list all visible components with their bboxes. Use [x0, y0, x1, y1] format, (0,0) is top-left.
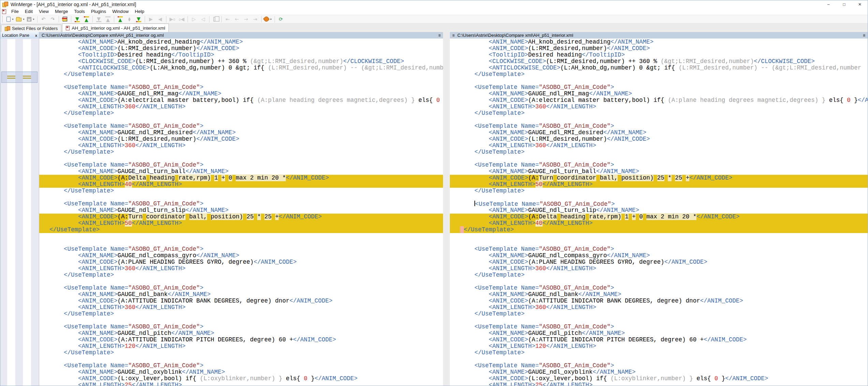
minimize-button[interactable]: –	[821, 0, 836, 8]
code-segment: </UseTemplate>	[464, 226, 514, 233]
copy-right-button[interactable]: ▶	[146, 15, 156, 23]
menu-item-merge[interactable]: Merge	[52, 9, 71, 14]
location-pane[interactable]	[0, 38, 39, 386]
code-line: </UseTemplate>	[450, 311, 868, 317]
code-line: <ANIM_CODE>(A:PLANE HEADING DEGREES GYRO…	[450, 259, 868, 265]
code-segment: 0	[639, 213, 643, 220]
code-line: <ANIM_LENGTH>360</ANIM_LENGTH>	[450, 304, 868, 311]
diff-code-line: <ANIM_CODE>(A:Delta heading rate,rpm) 1 …	[450, 214, 868, 220]
undo-button[interactable]: ↶	[39, 15, 48, 23]
menu-item-window[interactable]: Window	[109, 9, 132, 14]
code-segment: <CLOCKWISE_CODE>	[460, 58, 546, 65]
menu-item-tools[interactable]: Tools	[71, 9, 88, 14]
location-bar-right-file[interactable]	[23, 39, 31, 386]
code-segment: 120	[535, 343, 546, 350]
location-pane-close-icon[interactable]: x	[35, 33, 37, 37]
code-segment: 360	[125, 265, 136, 272]
maximize-button[interactable]: □	[836, 0, 852, 8]
code-segment: </UseTemplate>	[49, 310, 114, 317]
tab-select-files[interactable]: Select Files or Folders	[1, 25, 61, 32]
tab-file-compare[interactable]: AH_p51_interior og.xml - AH_p51_interior…	[62, 24, 169, 32]
header-menu-icon[interactable]: ≡	[863, 33, 865, 38]
goto-first-button[interactable]: ⇤	[223, 15, 232, 23]
menu-item-view[interactable]: View	[36, 9, 52, 14]
right-editor-panel[interactable]: <ANIM_NAME>AH_knob_desired_heading</ANIM…	[450, 38, 868, 386]
code-segment: *	[257, 213, 261, 220]
menu-item-file[interactable]: File	[8, 9, 22, 14]
code-segment: GAUGE_ndl_compass_gyro	[118, 252, 196, 259]
dropdown-arrow-icon[interactable]: ▼	[270, 18, 272, 20]
code-segment: +	[275, 213, 279, 220]
dropdown-arrow-icon[interactable]: ▼	[12, 18, 14, 20]
location-bar-left-file[interactable]	[7, 39, 15, 386]
goto-prev-button[interactable]: ←	[232, 15, 241, 23]
save-button[interactable]: ▼	[26, 15, 36, 23]
left-code-view[interactable]: <ANIM_NAME>AH_knob_desired_heading</ANIM…	[39, 38, 443, 386]
diff-code-line: </UseTemplate>	[39, 227, 443, 233]
goto-last-button[interactable]: ⇥	[251, 15, 260, 23]
panel-splitter[interactable]	[443, 38, 450, 386]
code-segment: (L:RMI_desired,number)	[528, 136, 607, 142]
current-difference-button[interactable]: ▲ ▼	[125, 15, 134, 23]
open-button[interactable]: ▼	[15, 15, 26, 23]
last-difference-button[interactable]: ▼	[134, 15, 143, 23]
menu-item-help[interactable]: Help	[132, 9, 147, 14]
copy-left-button[interactable]: ◀	[156, 15, 165, 23]
refresh-button[interactable]: ⟳	[276, 15, 285, 23]
right-code-view[interactable]: <ANIM_NAME>AH_knob_desired_heading</ANIM…	[450, 38, 868, 386]
code-line: <UseTemplate Name="ASOBO_GT_Anim_Code">	[450, 362, 868, 369]
copy-left-advance-button[interactable]: ₀◀	[177, 15, 186, 23]
dropdown-arrow-icon[interactable]: ▼	[23, 18, 25, 20]
previous-difference-button[interactable]: ▲	[82, 15, 91, 23]
goto-next-button[interactable]: →	[241, 15, 251, 23]
code-segment: </ANIM_CODE>	[858, 97, 868, 104]
code-segment: (A:electrical master battery,bool) if{	[528, 97, 668, 104]
document-system-menu-icon[interactable]	[2, 9, 6, 14]
code-line: </UseTemplate>	[450, 71, 868, 78]
toolbar-drag-handle[interactable]	[2, 16, 4, 22]
close-button[interactable]: ✕	[852, 0, 868, 8]
code-segment	[557, 213, 561, 220]
dropdown-arrow-icon[interactable]: ▼	[32, 18, 35, 20]
code-segment: GAUGE_ndl_compass_gyro	[528, 252, 607, 259]
left-editor-panel[interactable]: <ANIM_NAME>AH_knob_desired_heading</ANIM…	[39, 38, 443, 386]
next-conflict-button[interactable]: ▼	[94, 15, 103, 23]
code-line: <ANIM_NAME>GAUGE_ndl_RMI_desired</ANIM_N…	[450, 129, 868, 136]
copy-all-right-button[interactable]: ▷	[189, 15, 198, 23]
code-segment: 360	[125, 142, 136, 149]
code-segment: </ANIM_NAME>	[610, 38, 653, 45]
code-segment: </UseTemplate>	[460, 310, 525, 317]
code-segment: GAUGE_ndl_oxyblink	[528, 369, 593, 375]
code-line: <ANIM_LENGTH>360</ANIM_LENGTH>	[39, 265, 443, 272]
right-file-header[interactable]: ≡ C:\Users\Astrix\Desktop\Compare xml\AH…	[450, 32, 868, 38]
code-segment: >	[200, 362, 204, 369]
code-line	[39, 278, 443, 285]
redo-button[interactable]: ↷	[48, 15, 57, 23]
header-menu-icon[interactable]: ≡	[452, 33, 455, 38]
copy-all-left-button[interactable]: ◁	[198, 15, 208, 23]
rescan-button[interactable]	[60, 15, 70, 23]
code-segment: "ASOBO_GT_Anim_Code"	[128, 284, 200, 291]
code-line: <ANIM_CODE>(A:PLANE HEADING DEGREES GYRO…	[39, 259, 443, 265]
auto-merge-button[interactable]	[211, 15, 220, 23]
code-segment: GAUGE_ndl_bank	[118, 291, 168, 298]
options-button[interactable]: ▼	[263, 15, 273, 23]
header-menu-icon[interactable]: ≡	[438, 33, 441, 38]
code-segment: </ANIM_CODE>	[607, 136, 650, 142]
new-file-button[interactable]: ▼	[5, 15, 15, 23]
code-segment: "ASOBO_GT_Anim_Code"	[539, 323, 610, 330]
code-segment: (A:	[118, 174, 129, 181]
copy-right-advance-button[interactable]: ▶₀	[168, 15, 177, 23]
menu-item-edit[interactable]: Edit	[22, 9, 36, 14]
left-file-header[interactable]: C:\Users\Astrix\Desktop\Compare xml\AH_p…	[39, 32, 443, 38]
code-segment: </ANIM_CODE>	[286, 174, 329, 181]
next-difference-button[interactable]: ▼	[73, 15, 82, 23]
visible-area-indicator[interactable]	[1, 72, 38, 83]
code-segment: els{	[829, 97, 847, 104]
code-segment	[175, 174, 179, 181]
previous-conflict-button[interactable]: ▲	[103, 15, 113, 23]
code-segment	[621, 213, 625, 220]
code-segment: AH_knob_desired_heading	[118, 38, 200, 45]
first-difference-button[interactable]: ▲	[116, 15, 125, 23]
menu-item-plugins[interactable]: Plugins	[88, 9, 109, 14]
